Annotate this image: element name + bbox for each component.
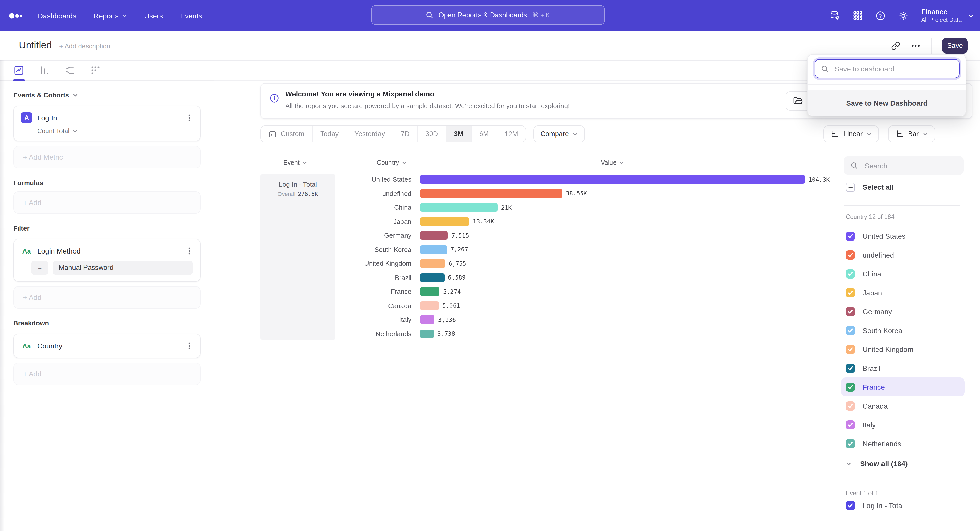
chart-type-dropdown[interactable]: Bar bbox=[888, 125, 935, 142]
range-7d[interactable]: 7D bbox=[393, 126, 418, 142]
add-description-field[interactable]: + Add description... bbox=[59, 42, 116, 50]
range-3m[interactable]: 3M bbox=[446, 126, 472, 142]
tab-flows[interactable] bbox=[64, 65, 76, 76]
column-header-country[interactable]: Country bbox=[377, 159, 407, 166]
filter-country-brazil[interactable]: Brazil bbox=[841, 358, 965, 377]
bar-japan[interactable] bbox=[420, 217, 469, 226]
nav-item-reports[interactable]: Reports bbox=[94, 11, 127, 20]
bar-netherlands[interactable] bbox=[420, 330, 434, 338]
filter-country-china[interactable]: China bbox=[841, 264, 965, 283]
global-search[interactable]: Open Reports & Dashboards ⌘ + K bbox=[371, 5, 605, 25]
save-button[interactable]: Save bbox=[942, 38, 968, 54]
scale-dropdown[interactable]: Linear bbox=[824, 125, 879, 142]
country-checkbox[interactable] bbox=[846, 250, 855, 259]
settings-gear-icon[interactable] bbox=[898, 11, 908, 21]
range-6m[interactable]: 6M bbox=[472, 126, 497, 142]
add-filter-button[interactable]: + Add bbox=[13, 286, 200, 309]
bar-south-korea[interactable] bbox=[420, 245, 447, 254]
kebab-menu-icon[interactable] bbox=[186, 341, 193, 350]
filter-country-germany[interactable]: Germany bbox=[841, 302, 965, 321]
country-checkbox[interactable] bbox=[846, 326, 855, 335]
range-30d[interactable]: 30D bbox=[418, 126, 446, 142]
apps-grid-icon[interactable] bbox=[853, 11, 862, 21]
select-all-row[interactable]: Select all bbox=[846, 182, 894, 192]
add-formula-button[interactable]: + Add bbox=[13, 191, 200, 214]
show-all-toggle[interactable]: Show all (184) bbox=[846, 460, 908, 468]
panel-search-input[interactable] bbox=[864, 161, 953, 170]
range-yesterday[interactable]: Yesterday bbox=[347, 126, 393, 142]
country-checkbox[interactable] bbox=[846, 269, 855, 278]
filter-country-japan[interactable]: Japan bbox=[841, 283, 965, 302]
project-switcher[interactable]: Finance All Project Data bbox=[921, 8, 974, 23]
help-icon[interactable]: ? bbox=[875, 11, 885, 21]
filter-property-name[interactable]: Login Method bbox=[37, 247, 181, 255]
kebab-menu-icon[interactable] bbox=[186, 246, 193, 255]
page-title[interactable]: Untitled bbox=[19, 40, 52, 51]
filter-country-south-korea[interactable]: South Korea bbox=[841, 321, 965, 340]
column-header-event[interactable]: Event bbox=[283, 159, 307, 166]
filter-country-canada[interactable]: Canada bbox=[841, 396, 965, 415]
metric-card[interactable]: A Log In Count Total bbox=[13, 106, 200, 141]
country-checkbox[interactable] bbox=[846, 231, 855, 241]
range-custom[interactable]: Custom bbox=[261, 126, 313, 142]
nav-item-label: Dashboards bbox=[38, 11, 76, 20]
country-checkbox[interactable] bbox=[846, 420, 855, 429]
section-events-cohorts[interactable]: Events & Cohorts bbox=[13, 91, 200, 99]
data-management-icon[interactable] bbox=[829, 10, 840, 21]
column-header-value[interactable]: Value bbox=[498, 159, 727, 166]
save-dashboard-search[interactable] bbox=[815, 59, 959, 78]
save-to-new-dashboard-button[interactable]: Save to New Dashboard bbox=[808, 90, 966, 116]
tab-funnels[interactable] bbox=[39, 65, 50, 76]
filter-operator[interactable]: = bbox=[31, 261, 48, 275]
country-checkbox[interactable] bbox=[846, 363, 855, 372]
country-checkbox[interactable] bbox=[846, 401, 855, 411]
bar-germany[interactable] bbox=[420, 231, 448, 240]
chart-row-china: China21K bbox=[260, 200, 837, 214]
filter-country-united-kingdom[interactable]: United Kingdom bbox=[841, 340, 965, 358]
panel-search[interactable] bbox=[844, 156, 964, 175]
nav-item-users[interactable]: Users bbox=[144, 11, 163, 20]
bar-italy[interactable] bbox=[420, 315, 434, 324]
nav-item-events[interactable]: Events bbox=[180, 11, 202, 20]
select-all-checkbox[interactable] bbox=[846, 182, 855, 192]
filter-card[interactable]: Aa Login Method = Manual Password bbox=[13, 239, 200, 282]
filter-country-undefined[interactable]: undefined bbox=[841, 245, 965, 264]
country-checkbox[interactable] bbox=[846, 382, 855, 392]
filter-country-italy[interactable]: Italy bbox=[841, 415, 965, 434]
filter-country-netherlands[interactable]: Netherlands bbox=[841, 434, 965, 453]
event-checkbox-row[interactable]: Log In - Total bbox=[846, 501, 904, 510]
add-breakdown-button[interactable]: + Add bbox=[13, 363, 200, 385]
compare-button[interactable]: Compare bbox=[533, 125, 585, 142]
bar-canada[interactable] bbox=[420, 301, 439, 310]
range-today[interactable]: Today bbox=[313, 126, 347, 142]
add-metric-button[interactable]: + Add Metric bbox=[13, 146, 200, 168]
event-checkbox[interactable] bbox=[846, 501, 855, 510]
save-dashboard-input[interactable] bbox=[834, 64, 948, 73]
metric-event-name[interactable]: Log In bbox=[37, 114, 181, 122]
tab-retention[interactable] bbox=[90, 65, 101, 76]
country-checkbox[interactable] bbox=[846, 345, 855, 354]
bar-united-kingdom[interactable] bbox=[420, 259, 445, 268]
bar-united-states[interactable] bbox=[420, 175, 805, 184]
filter-country-united-states[interactable]: United States bbox=[841, 227, 965, 245]
header-actions: ? Finance All Project Data bbox=[829, 0, 974, 31]
breakdown-property-name[interactable]: Country bbox=[37, 342, 181, 350]
country-checkbox[interactable] bbox=[846, 307, 855, 316]
bar-china[interactable] bbox=[420, 203, 498, 212]
nav-item-dashboards[interactable]: Dashboards bbox=[38, 11, 76, 20]
breakdown-card[interactable]: Aa Country bbox=[13, 334, 200, 358]
kebab-menu-icon[interactable] bbox=[186, 113, 193, 122]
more-ellipsis-icon[interactable] bbox=[911, 41, 920, 50]
bar-brazil[interactable] bbox=[420, 273, 444, 282]
metric-aggregation[interactable]: Count Total bbox=[37, 127, 193, 135]
mixpanel-logo-icon[interactable] bbox=[9, 12, 22, 19]
copy-link-icon[interactable] bbox=[891, 41, 900, 50]
bar-france[interactable] bbox=[420, 287, 439, 296]
bar-undefined[interactable] bbox=[420, 189, 562, 198]
country-checkbox[interactable] bbox=[846, 439, 855, 448]
country-checkbox[interactable] bbox=[846, 288, 855, 297]
tab-insights[interactable] bbox=[13, 65, 24, 76]
filter-country-france[interactable]: France bbox=[841, 377, 965, 396]
range-12m[interactable]: 12M bbox=[497, 126, 526, 142]
filter-value[interactable]: Manual Password bbox=[52, 261, 193, 275]
